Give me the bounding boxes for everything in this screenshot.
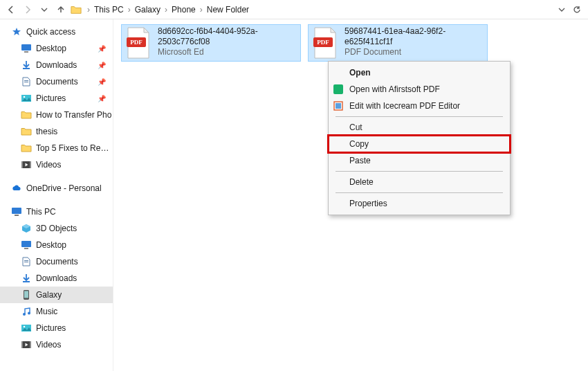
sidebar-item[interactable]: thesis	[0, 123, 113, 140]
svg-rect-32	[336, 103, 341, 109]
svg-point-22	[24, 326, 26, 328]
sidebar-item[interactable]: Galaxy	[0, 287, 113, 303]
sidebar-item[interactable]: Pictures📌	[0, 90, 113, 107]
file-type: Microsoft Ed	[158, 47, 297, 57]
svg-text:PDF: PDF	[317, 39, 329, 46]
sidebar-item-label: This PC	[26, 207, 56, 217]
sidebar-item-label: Top 5 Fixes to Resolv	[36, 143, 113, 153]
sidebar-onedrive[interactable]: OneDrive - Personal	[0, 180, 113, 197]
context-menu-open-with-afirstsoft[interactable]: Open with Afirstsoft PDF	[329, 81, 510, 98]
svg-rect-4	[24, 82, 28, 82]
svg-rect-3	[24, 80, 28, 81]
videos-icon	[21, 339, 32, 350]
pin-icon: 📌	[98, 62, 106, 69]
folder-icon	[21, 143, 32, 154]
sidebar-item[interactable]: How to Transfer Pho	[0, 107, 113, 123]
context-menu-open[interactable]: Open	[329, 64, 510, 81]
sidebar-item-label: Documents	[36, 77, 78, 87]
chevron-right-icon: ›	[87, 5, 90, 15]
sidebar-item-label: How to Transfer Pho	[36, 110, 111, 120]
svg-rect-11	[15, 215, 19, 216]
context-menu-edit-icecream[interactable]: Edit with Icecream PDF Editor	[329, 98, 510, 114]
svg-rect-30	[333, 84, 343, 94]
file-list-area[interactable]: PDF8d6692cc-f6b4-4404-952a-2503c776cf08M…	[113, 19, 588, 371]
sidebar-item[interactable]: Videos	[0, 156, 113, 173]
chevron-right-icon: ›	[200, 5, 203, 15]
sidebar-this-pc[interactable]: This PC	[0, 203, 113, 220]
chevron-right-icon: ›	[165, 5, 167, 15]
context-menu-label: Edit with Icecream PDF Editor	[349, 101, 460, 111]
svg-rect-25	[30, 341, 31, 348]
sidebar-item-label: Desktop	[36, 44, 66, 53]
pdf-file-icon: PDF	[125, 26, 152, 60]
app-icon	[333, 84, 344, 95]
folder-icon	[71, 4, 82, 15]
sidebar-item[interactable]: Desktop📌	[0, 40, 113, 57]
sidebar-item-label: Pictures	[36, 323, 66, 333]
pdf-file-icon: PDF	[311, 26, 339, 60]
pictures-icon	[21, 93, 32, 104]
sidebar-item[interactable]: Videos	[0, 336, 113, 353]
documents-icon	[21, 76, 32, 87]
svg-rect-24	[21, 341, 23, 348]
svg-rect-1	[24, 51, 28, 53]
svg-rect-0	[21, 44, 31, 51]
forward-button[interactable]	[21, 3, 35, 17]
sidebar-item[interactable]: Desktop	[0, 237, 113, 253]
pictures-icon	[21, 323, 32, 334]
videos-icon	[21, 159, 32, 170]
sidebar-item[interactable]: Documents	[0, 253, 113, 270]
sidebar-quick-access[interactable]: Quick access	[0, 24, 113, 40]
svg-rect-13	[24, 248, 28, 249]
menu-separator	[336, 116, 503, 117]
breadcrumb-item[interactable]: This PC	[94, 5, 124, 15]
breadcrumb[interactable]: › This PC › Galaxy › Phone › New Folder	[87, 5, 552, 15]
navigation-sidebar: Quick access Desktop📌Downloads📌Documents…	[0, 19, 113, 371]
refresh-button[interactable]	[570, 3, 584, 17]
file-item[interactable]: PDF8d6692cc-f6b4-4404-952a-2503c776cf08M…	[122, 25, 300, 61]
sidebar-item[interactable]: Top 5 Fixes to Resolv	[0, 140, 113, 156]
star-icon	[11, 26, 22, 37]
sidebar-item-label: Music	[36, 307, 57, 316]
file-type: PDF Document	[344, 47, 484, 57]
context-menu-copy[interactable]: Copy	[329, 136, 510, 152]
sidebar-item-label: OneDrive - Personal	[26, 183, 102, 193]
sidebar-item-label: Downloads	[36, 60, 77, 70]
pin-icon: 📌	[98, 95, 106, 102]
address-dropdown[interactable]	[555, 3, 569, 17]
back-button[interactable]	[4, 3, 18, 17]
context-menu: Open Open with Afirstsoft PDF Edit with …	[328, 61, 511, 215]
breadcrumb-item[interactable]: Phone	[172, 5, 196, 15]
svg-point-6	[24, 96, 26, 98]
downloads-icon	[21, 273, 32, 284]
context-menu-label: Paste	[349, 156, 371, 165]
pin-icon: 📌	[98, 78, 106, 86]
documents-icon	[21, 256, 32, 267]
context-menu-properties[interactable]: Properties	[329, 195, 510, 212]
sidebar-item-label: Desktop	[36, 240, 66, 250]
sidebar-item[interactable]: Music	[0, 303, 113, 320]
sidebar-item[interactable]: Downloads📌	[0, 57, 113, 73]
breadcrumb-item[interactable]: Galaxy	[135, 5, 160, 15]
recent-dropdown[interactable]	[37, 3, 51, 17]
svg-point-19	[23, 313, 26, 316]
context-menu-paste[interactable]: Paste	[329, 152, 510, 169]
sidebar-item[interactable]: 3D Objects	[0, 220, 113, 237]
downloads-icon	[21, 60, 32, 71]
pin-icon: 📌	[98, 45, 106, 53]
breadcrumb-item[interactable]: New Folder	[207, 5, 249, 15]
sidebar-item[interactable]: Documents📌	[0, 73, 113, 90]
context-menu-cut[interactable]: Cut	[329, 119, 510, 136]
sidebar-item-label: Downloads	[36, 273, 77, 283]
file-item[interactable]: PDF59687441-61ea-4aa2-96f2-e625f411cf1fP…	[309, 25, 487, 61]
sidebar-item[interactable]: Downloads	[0, 270, 113, 287]
context-menu-delete[interactable]: Delete	[329, 174, 510, 190]
desktop-icon	[21, 43, 32, 54]
context-menu-label: Delete	[349, 177, 374, 187]
context-menu-label: Cut	[349, 123, 362, 132]
context-menu-label: Open	[349, 68, 371, 78]
sidebar-item[interactable]: Pictures	[0, 320, 113, 336]
up-button[interactable]	[54, 3, 68, 17]
navigation-toolbar: › This PC › Galaxy › Phone › New Folder	[0, 0, 588, 19]
cloud-icon	[11, 183, 22, 194]
